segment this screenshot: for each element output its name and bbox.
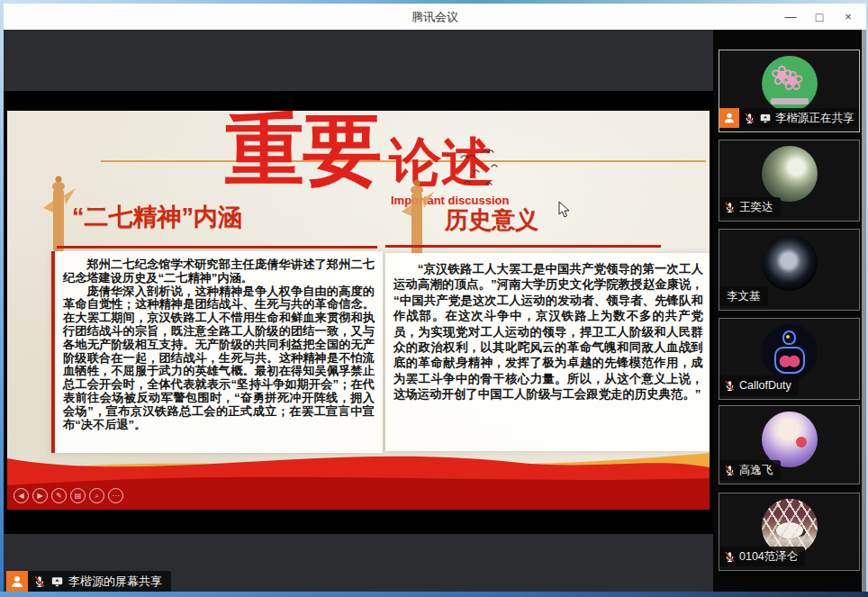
mic-muted-icon <box>724 465 736 476</box>
mic-muted-icon <box>744 113 755 124</box>
monument-icon <box>41 172 76 257</box>
mouse-cursor <box>558 201 570 218</box>
right-column-heading: 历史意义 <box>445 204 538 236</box>
participant-tile[interactable]: 0104范泽仑 <box>719 493 860 571</box>
prev-slide-icon: ◀ <box>14 488 29 503</box>
person-badge-icon <box>6 571 28 592</box>
avatar <box>762 146 818 202</box>
more-icon: ⋯ <box>108 488 123 503</box>
share-status-text: 李楷源的屏幕共享 <box>68 574 162 590</box>
avatar <box>762 412 818 467</box>
slide-title-main: 重要 <box>225 111 380 190</box>
screen-share-icon <box>50 575 64 588</box>
mic-muted-icon <box>724 380 736 392</box>
window-border <box>0 592 868 597</box>
participant-name: 0104范泽仑 <box>739 549 798 565</box>
mic-muted-icon <box>724 551 736 563</box>
participant-tile[interactable]: CallofDuty <box>719 318 860 400</box>
participant-name: 李文基 <box>727 289 761 304</box>
window-controls: — □ × <box>776 4 863 30</box>
window-border <box>0 0 4 597</box>
avatar <box>762 235 818 291</box>
left-paragraph: 庞倩华深入剖析说，这种精神是争人权争自由的高度的革命自觉性；这种精神是团结战斗、… <box>63 285 375 432</box>
window-border <box>0 0 868 4</box>
left-column-heading: “二七精神”内涵 <box>72 201 242 233</box>
title-bar: 腾讯会议 — □ × <box>4 4 866 30</box>
screen-share-icon <box>759 113 772 124</box>
avatar: ❀ <box>762 56 818 112</box>
right-paragraph: “京汉铁路工人大罢工是中国共产党领导的第一次工人运动高潮的顶点。”河南大学历史文… <box>393 261 703 403</box>
mic-muted-icon <box>724 202 736 213</box>
person-badge-icon <box>719 108 739 128</box>
participant-name: 李楷源正在共享 <box>775 111 854 126</box>
right-heading-underline <box>385 245 661 248</box>
magnifier-icon: ⌕ <box>89 488 104 503</box>
participant-tile[interactable]: ❀ 李楷源正在共享 <box>719 50 860 132</box>
participants-panel: ❀ 李楷源正在共享 <box>713 30 866 592</box>
minimize-button[interactable]: — <box>776 4 805 30</box>
participant-name: 王奕达 <box>739 200 773 215</box>
left-heading-underline <box>57 246 377 249</box>
left-text-box: 郑州二七纪念馆学术研究部主任庞倩华讲述了郑州二七纪念塔建设历史及“二七精神”内涵… <box>51 251 383 453</box>
close-button[interactable]: × <box>834 4 863 30</box>
mic-muted-icon <box>33 575 46 588</box>
pen-icon: ✎ <box>51 488 67 503</box>
participant-tile[interactable]: 高逸飞 <box>719 405 860 484</box>
slideshow-toolbar: ◀ ▶ ✎ ▤ ⌕ ⋯ <box>14 488 123 503</box>
screen-share-area: 重要 论述 Important discussion <box>4 30 713 592</box>
left-paragraph: 郑州二七纪念馆学术研究部主任庞倩华讲述了郑州二七纪念塔建设历史及“二七精神”内涵… <box>63 258 375 285</box>
window-title: 腾讯会议 <box>4 4 866 30</box>
participant-tile[interactable]: 李文基 <box>719 229 860 311</box>
right-text-box: “京汉铁路工人大罢工是中国共产党领导的第一次工人运动高潮的顶点。”河南大学历史文… <box>385 253 710 451</box>
participant-name: CallofDuty <box>739 379 791 392</box>
participant-tile[interactable]: 王奕达 <box>719 140 860 222</box>
presentation-slide: 重要 论述 Important discussion <box>7 111 710 510</box>
meeting-window: 腾讯会议 — □ × 重要 论述 Important discussion <box>0 0 868 597</box>
maximize-button[interactable]: □ <box>805 4 834 30</box>
board-icon: ▤ <box>70 488 86 503</box>
birds-decoration <box>456 149 510 190</box>
shared-screen-video: 重要 论述 Important discussion <box>4 91 713 534</box>
avatar <box>762 324 818 380</box>
meeting-content: 重要 论述 Important discussion <box>4 30 866 592</box>
participant-name: 高逸飞 <box>739 463 773 478</box>
next-slide-icon: ▶ <box>32 488 48 503</box>
screen-share-status-chip: 李楷源的屏幕共享 <box>6 571 171 592</box>
